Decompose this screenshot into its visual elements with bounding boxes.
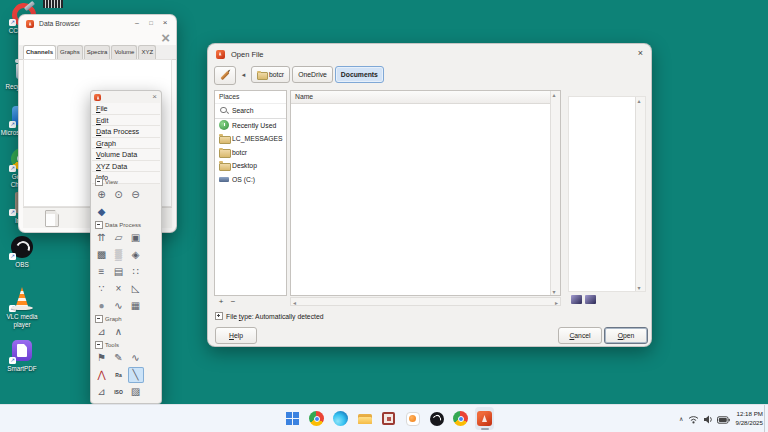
- gradient-icon[interactable]: ▒: [111, 247, 127, 263]
- breadcrumb-label: OneDrive: [298, 71, 327, 78]
- close-button[interactable]: [638, 49, 643, 58]
- profile-icon[interactable]: ╲: [128, 367, 144, 383]
- breadcrumb-onedrive[interactable]: OneDrive: [292, 66, 333, 83]
- remove-scars-icon[interactable]: ◺: [128, 281, 144, 297]
- graph-curve-icon[interactable]: ∧: [111, 324, 127, 340]
- zoom-1-1-icon[interactable]: ⊙: [111, 187, 127, 203]
- fix-zero-icon[interactable]: ▣: [128, 230, 144, 246]
- partial-desktop-icon[interactable]: [43, 0, 63, 8]
- taskbar-media-player-icon[interactable]: [403, 407, 422, 430]
- taskbar-dark-app-icon[interactable]: [427, 407, 446, 430]
- section-header-tools[interactable]: Tools: [92, 340, 160, 349]
- cancel-button[interactable]: Cancel: [558, 327, 602, 344]
- menu-edit[interactable]: Edit: [92, 115, 160, 127]
- tab-volume[interactable]: Volume: [111, 45, 137, 60]
- iso-icon[interactable]: ISO: [111, 384, 127, 400]
- view-3d-icon[interactable]: ◆: [94, 204, 110, 220]
- sphere-icon[interactable]: ●: [94, 298, 110, 314]
- new-file-icon[interactable]: [45, 210, 59, 227]
- mask-mix-icon[interactable]: ▦: [128, 298, 144, 314]
- breadcrumb-back-icon[interactable]: [238, 66, 249, 83]
- taskbar-file-explorer-icon[interactable]: [355, 407, 374, 430]
- taskbar-chrome-icon[interactable]: [307, 407, 326, 430]
- close-button[interactable]: [158, 18, 172, 28]
- taskbar-red-app-icon[interactable]: [379, 407, 398, 430]
- section-header-data-process[interactable]: Data Process: [92, 220, 160, 229]
- peaks-icon[interactable]: ⋀: [94, 367, 110, 383]
- mask-dots-icon[interactable]: ∵: [94, 281, 110, 297]
- taskbar-edge-icon[interactable]: [331, 407, 350, 430]
- place-desktop[interactable]: Desktop: [215, 159, 286, 173]
- breadcrumb-documents[interactable]: Documents: [335, 66, 384, 83]
- place-botcr[interactable]: botcr: [215, 146, 286, 160]
- menu-data-process[interactable]: Data Process: [92, 126, 160, 138]
- horizontal-scrollbar[interactable]: [290, 297, 561, 306]
- close-data-icon[interactable]: [161, 31, 170, 45]
- path-level-icon[interactable]: ▤: [111, 264, 127, 280]
- file-type-expander[interactable]: File type: Automatically detected: [215, 312, 323, 320]
- add-place-button[interactable]: [216, 297, 226, 306]
- polynomial-icon[interactable]: ∿: [111, 298, 127, 314]
- place-search[interactable]: Search: [215, 104, 286, 118]
- zoom-in-icon[interactable]: ⊕: [94, 187, 110, 203]
- place-os-c[interactable]: OS (C:): [215, 173, 286, 187]
- volume-icon[interactable]: [703, 410, 714, 428]
- menu-xyz-data[interactable]: XYZ Data: [92, 161, 160, 173]
- desktop-icon-obs[interactable]: OBS: [0, 234, 44, 269]
- section-label: Data Process: [105, 222, 141, 228]
- read-value-icon[interactable]: ⚑: [94, 350, 110, 366]
- statistics-icon[interactable]: ▨: [128, 384, 144, 400]
- scale-icon[interactable]: ⇈: [94, 230, 110, 246]
- close-icon[interactable]: [152, 93, 157, 101]
- grain-mark-icon[interactable]: ◈: [128, 247, 144, 263]
- minimize-button[interactable]: [130, 18, 144, 28]
- section-header-graph[interactable]: Graph: [92, 314, 160, 323]
- breadcrumb-botcr[interactable]: botcr: [251, 66, 290, 83]
- gwyddion-app-icon: [26, 20, 34, 28]
- desktop-icon-smartpdf[interactable]: SmartPDF: [0, 338, 44, 373]
- wifi-icon[interactable]: [688, 410, 699, 428]
- tray-status-icons[interactable]: [688, 410, 730, 428]
- place-recently-used[interactable]: Recently Used: [215, 118, 286, 133]
- facet-level-icon[interactable]: ▩: [94, 247, 110, 263]
- spectro-icon[interactable]: ∿: [128, 350, 144, 366]
- tool-glyph: ▒: [115, 249, 122, 260]
- open-button[interactable]: Open: [604, 327, 648, 344]
- battery-icon[interactable]: [717, 410, 730, 428]
- arrange-layers-icon[interactable]: ▱: [111, 230, 127, 246]
- tray-clock[interactable]: 12:18 PM 9/28/2025: [735, 410, 763, 426]
- tab-channels[interactable]: Channels: [23, 45, 56, 60]
- remove-place-button[interactable]: [228, 297, 238, 306]
- column-header-name[interactable]: Name: [291, 91, 551, 104]
- vertical-scrollbar[interactable]: [635, 97, 645, 291]
- mask-edit-icon[interactable]: ✎: [111, 350, 127, 366]
- menu-graph[interactable]: Graph: [92, 138, 160, 150]
- outliers-icon[interactable]: ∷: [128, 264, 144, 280]
- file-list-panel[interactable]: Name: [290, 90, 561, 296]
- taskbar-gwyddion-icon[interactable]: [475, 407, 494, 430]
- type-filename-button[interactable]: [214, 66, 236, 85]
- menu-file[interactable]: File: [92, 103, 160, 115]
- remove-spots-icon[interactable]: ×: [111, 281, 127, 297]
- preview-row-icon[interactable]: [585, 295, 596, 304]
- menu-volume-data[interactable]: Volume Data: [92, 149, 160, 161]
- align-rows-icon[interactable]: ≡: [94, 264, 110, 280]
- tab-xyz[interactable]: XYZ: [138, 45, 156, 60]
- place-lc-messages[interactable]: LC_MESSAGES: [215, 132, 286, 146]
- tray-chevron-icon[interactable]: [679, 415, 683, 422]
- section-header-view[interactable]: View: [92, 177, 160, 186]
- tab-spectra[interactable]: Spectra: [84, 45, 111, 60]
- zoom-out-icon[interactable]: ⊖: [128, 187, 144, 203]
- taskbar-chrome-2-icon[interactable]: [451, 407, 470, 430]
- show-desktop-button[interactable]: [764, 405, 768, 432]
- desktop-icon-vlc[interactable]: VLC media player: [0, 286, 44, 328]
- tab-graphs[interactable]: Graphs: [57, 45, 83, 60]
- step-measure-icon[interactable]: ⊿: [94, 384, 110, 400]
- vertical-scrollbar[interactable]: [550, 91, 560, 295]
- roughness-icon[interactable]: Ra: [111, 367, 127, 383]
- taskbar-start-button[interactable]: [283, 407, 302, 430]
- maximize-button[interactable]: [144, 18, 158, 28]
- preview-plane-icon[interactable]: [571, 295, 582, 304]
- help-button[interactable]: Help: [215, 327, 257, 344]
- graph-axes-icon[interactable]: ⊿: [94, 324, 110, 340]
